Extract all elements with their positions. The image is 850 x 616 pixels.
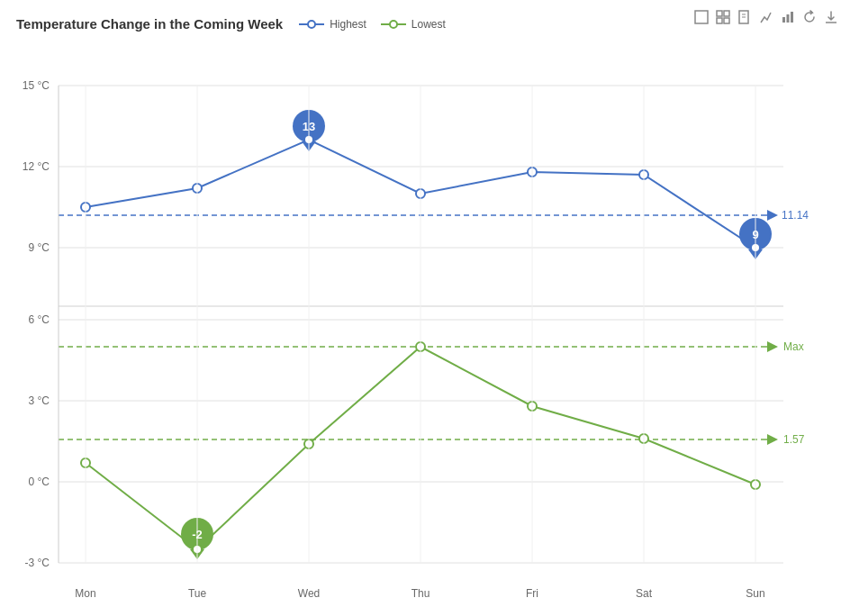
svg-rect-1 <box>717 11 722 16</box>
chart-title: Temperature Change in the Coming Week <box>16 16 283 32</box>
svg-text:9 °C: 9 °C <box>29 241 50 254</box>
svg-text:1.57: 1.57 <box>783 433 805 446</box>
svg-text:Thu: Thu <box>411 587 430 600</box>
svg-rect-8 <box>782 17 785 23</box>
svg-rect-9 <box>787 14 790 23</box>
toolbar-icon-download[interactable] <box>823 9 839 25</box>
legend: Highest Lowest <box>299 18 446 31</box>
chart-svg: 15 °C 12 °C 9 °C 11.14 13 <box>0 32 850 608</box>
legend-line-blue <box>299 23 324 25</box>
svg-rect-10 <box>791 12 793 23</box>
legend-dot-green <box>389 20 398 29</box>
svg-text:Max: Max <box>783 340 804 353</box>
toolbar-icon-3[interactable] <box>737 9 753 25</box>
svg-text:Tue: Tue <box>188 587 207 600</box>
toolbar-icon-5[interactable] <box>780 9 796 25</box>
svg-rect-3 <box>717 18 722 23</box>
chart-container: Temperature Change in the Coming Week Hi… <box>0 0 850 616</box>
toolbar <box>693 9 839 25</box>
svg-text:Wed: Wed <box>298 587 320 600</box>
legend-highest-label: Highest <box>330 18 366 31</box>
toolbar-icon-2[interactable] <box>715 9 731 25</box>
svg-text:-3 °C: -3 °C <box>25 557 50 569</box>
svg-rect-0 <box>695 11 708 23</box>
svg-rect-12 <box>59 50 815 599</box>
svg-rect-4 <box>724 18 729 23</box>
svg-text:Mon: Mon <box>75 587 95 600</box>
svg-rect-2 <box>724 11 729 16</box>
toolbar-icon-1[interactable] <box>693 9 710 25</box>
svg-text:Sun: Sun <box>746 587 764 600</box>
svg-text:3 °C: 3 °C <box>29 394 50 407</box>
legend-lowest-label: Lowest <box>411 18 446 31</box>
svg-text:15 °C: 15 °C <box>23 79 50 92</box>
toolbar-icon-4[interactable] <box>758 9 774 25</box>
legend-lowest: Lowest <box>381 18 446 31</box>
svg-text:Sat: Sat <box>636 587 653 600</box>
svg-text:12 °C: 12 °C <box>23 160 50 173</box>
svg-text:Fri: Fri <box>526 587 538 600</box>
legend-highest: Highest <box>299 18 366 31</box>
toolbar-icon-refresh[interactable] <box>801 9 818 25</box>
svg-text:6 °C: 6 °C <box>29 313 50 326</box>
svg-text:0 °C: 0 °C <box>29 476 50 488</box>
legend-line-green <box>381 23 406 25</box>
svg-text:11.14: 11.14 <box>782 209 809 222</box>
legend-dot-blue <box>307 20 316 29</box>
